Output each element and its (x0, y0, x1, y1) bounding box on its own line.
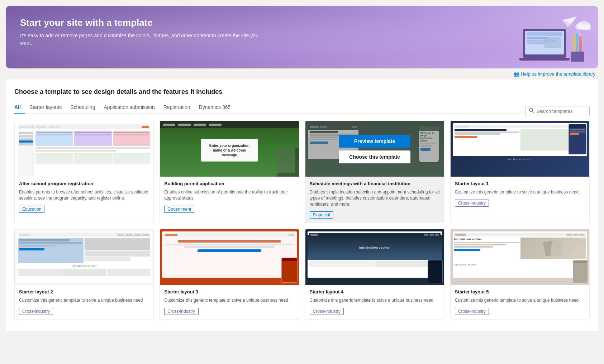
card-title: Starter layout 3 (164, 289, 294, 294)
card-body: Starter layout 4 Customize this generic … (305, 285, 444, 319)
template-card-building-permit[interactable]: Enter your organizationname or a welcome… (160, 121, 299, 223)
tab-registration[interactable]: Registration (159, 101, 195, 114)
card-tag[interactable]: Education (19, 206, 44, 213)
svg-rect-7 (519, 58, 570, 61)
card-description: Enables parents to browse after school a… (19, 189, 149, 201)
card-description: Customize this generic template to solve… (310, 297, 440, 303)
card-title: Starter layout 2 (19, 289, 149, 294)
svg-rect-9 (576, 33, 578, 52)
card-thumbnail: Introduction section (451, 121, 589, 177)
card-thumbnail (15, 121, 153, 177)
card-title: Starter layout 1 (455, 181, 585, 186)
card-title: After school program registration (19, 181, 149, 186)
card-thumbnail: Introduction section (15, 229, 153, 285)
card-thumbnail: Welcome toReset InstitutionName Preview … (305, 121, 444, 177)
card-description: Customize this generic template to solve… (164, 297, 294, 303)
tabs-row: All Starter layouts Scheduling Applicati… (14, 101, 590, 121)
card-tag[interactable]: Cross-industry (455, 308, 489, 315)
card-description: Customize this generic template to solve… (455, 297, 585, 303)
hero-title: Start your site with a template (20, 17, 271, 28)
card-thumbnail: Introduction section (305, 229, 444, 285)
card-thumbnail (160, 229, 299, 285)
search-icon (529, 108, 534, 114)
card-tag[interactable]: Cross-industry (19, 308, 53, 315)
tab-dynamics-365[interactable]: Dynamics 365 (195, 101, 235, 114)
card-tag[interactable]: Financial (310, 211, 333, 219)
help-link[interactable]: 👥 Help us improve the template library (514, 71, 595, 77)
choose-title: Choose a template to see design details … (14, 88, 590, 96)
card-description: Customize this generic template to solve… (455, 189, 585, 195)
card-body: Building permit application Enables onli… (160, 177, 299, 217)
template-card-after-school[interactable]: After school program registration Enable… (14, 121, 154, 223)
card-tag[interactable]: Cross-industry (310, 308, 344, 315)
template-card-starter-3[interactable]: Starter layout 3 Customize this generic … (160, 229, 299, 320)
svg-point-13 (575, 23, 584, 30)
card-body: Starter layout 1 Customize this generic … (451, 177, 589, 211)
card-body: Starter layout 3 Customize this generic … (160, 285, 299, 319)
card-thumbnail: Enter your organizationname or a welcome… (160, 121, 299, 177)
card-thumbnail: Introduction section (451, 229, 589, 285)
hero-illustration (512, 13, 584, 67)
svg-rect-11 (571, 52, 584, 62)
hero-description: It's easy to add or remove pages and cus… (20, 32, 271, 47)
hero-banner: Start your site with a template It's eas… (6, 6, 598, 68)
svg-rect-5 (527, 42, 544, 44)
template-card-starter-2[interactable]: Introduction section Starter layout 2 Cu… (14, 229, 154, 320)
tab-starter-layouts[interactable]: Starter layouts (25, 101, 66, 114)
main-content: Choose a template to see design details … (6, 80, 598, 331)
card-tag[interactable]: Cross-industry (455, 200, 489, 207)
template-card-starter-1[interactable]: Introduction section Starter layout 1 Cu… (450, 121, 590, 223)
template-card-schedule-meetings[interactable]: Welcome toReset InstitutionName Preview … (305, 121, 444, 223)
card-hover-overlay: Preview template Choose this template (305, 121, 444, 177)
tab-application-submission[interactable]: Application submission (99, 101, 159, 114)
card-body: Starter layout 2 Customize this generic … (15, 285, 153, 319)
svg-rect-2 (527, 32, 562, 36)
card-tag[interactable]: Cross-industry (164, 308, 198, 315)
tabs-navigation: All Starter layouts Scheduling Applicati… (14, 101, 525, 114)
choose-template-button[interactable]: Choose this template (339, 150, 410, 163)
card-description: Customize this generic template to solve… (19, 297, 149, 303)
card-description: Enables simple location selection and ap… (310, 189, 440, 207)
card-description: Enables online submission of permits and… (164, 189, 294, 201)
card-title: Building permit application (164, 181, 294, 186)
preview-template-button[interactable]: Preview template (339, 135, 410, 148)
template-card-starter-5[interactable]: Introduction section (450, 229, 590, 320)
card-title: Starter layout 4 (310, 289, 440, 294)
card-title: Schedule meetings with a financial insti… (310, 181, 440, 186)
svg-line-16 (532, 111, 534, 112)
svg-rect-8 (572, 34, 575, 52)
help-link-row: 👥 Help us improve the template library (0, 68, 604, 80)
tab-scheduling[interactable]: Scheduling (66, 101, 99, 114)
template-grid: After school program registration Enable… (14, 121, 590, 320)
card-body: After school program registration Enable… (15, 177, 153, 217)
card-body: Starter layout 5 Customize this generic … (451, 285, 589, 319)
help-people-icon: 👥 (514, 71, 519, 77)
svg-rect-6 (544, 37, 561, 48)
search-box[interactable] (525, 106, 590, 116)
tab-all[interactable]: All (14, 101, 25, 114)
search-input[interactable] (536, 109, 586, 114)
card-tag[interactable]: Government (164, 206, 194, 213)
card-title: Starter layout 5 (455, 289, 585, 294)
card-body: Schedule meetings with a financial insti… (305, 177, 444, 223)
template-card-starter-4[interactable]: Introduction section Starter (305, 229, 444, 320)
